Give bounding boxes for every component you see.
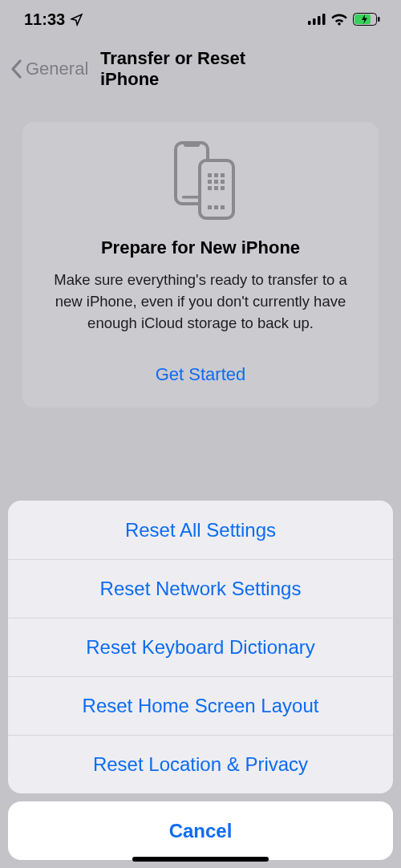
status-left: 11:33	[24, 10, 83, 29]
svg-rect-1	[313, 18, 316, 25]
phones-icon	[42, 141, 359, 220]
wifi-icon	[330, 13, 348, 26]
svg-rect-18	[214, 186, 218, 190]
svg-rect-8	[184, 143, 200, 147]
svg-rect-6	[378, 17, 380, 22]
svg-rect-17	[208, 186, 212, 190]
svg-rect-3	[322, 14, 326, 25]
svg-rect-12	[214, 173, 218, 177]
svg-rect-14	[208, 180, 212, 184]
svg-rect-2	[318, 16, 321, 25]
chevron-left-icon	[10, 59, 22, 79]
action-sheet: Reset All Settings Reset Network Setting…	[8, 501, 393, 860]
page-title: Transfer or Reset iPhone	[100, 48, 301, 90]
cancel-button[interactable]: Cancel	[8, 801, 393, 860]
home-indicator	[132, 857, 269, 862]
cellular-icon	[308, 14, 326, 25]
card-body: Make sure everything's ready to transfer…	[47, 270, 354, 334]
status-right	[308, 13, 380, 26]
get-started-link[interactable]: Get Started	[42, 364, 359, 391]
back-label: General	[26, 59, 88, 79]
reset-location-privacy-button[interactable]: Reset Location & Privacy	[8, 735, 393, 793]
battery-charging-icon	[353, 13, 380, 26]
svg-rect-15	[214, 180, 218, 184]
svg-rect-19	[221, 186, 225, 190]
svg-rect-11	[208, 173, 212, 177]
svg-rect-0	[308, 21, 311, 25]
svg-rect-16	[221, 180, 225, 184]
status-bar: 11:33	[0, 0, 401, 39]
card-title: Prepare for New iPhone	[42, 237, 359, 258]
svg-rect-22	[221, 205, 225, 209]
prepare-card: Prepare for New iPhone Make sure everyth…	[22, 122, 379, 408]
location-icon	[70, 13, 83, 26]
svg-rect-13	[221, 173, 225, 177]
action-sheet-list: Reset All Settings Reset Network Setting…	[8, 501, 393, 793]
reset-home-screen-layout-button[interactable]: Reset Home Screen Layout	[8, 676, 393, 735]
back-button[interactable]: General	[0, 59, 88, 79]
svg-rect-21	[214, 205, 218, 209]
reset-keyboard-dictionary-button[interactable]: Reset Keyboard Dictionary	[8, 618, 393, 676]
reset-all-settings-button[interactable]: Reset All Settings	[8, 501, 393, 559]
svg-rect-20	[208, 205, 212, 209]
nav-bar: General Transfer or Reset iPhone	[0, 48, 401, 90]
reset-network-settings-button[interactable]: Reset Network Settings	[8, 559, 393, 618]
status-time: 11:33	[24, 10, 65, 29]
